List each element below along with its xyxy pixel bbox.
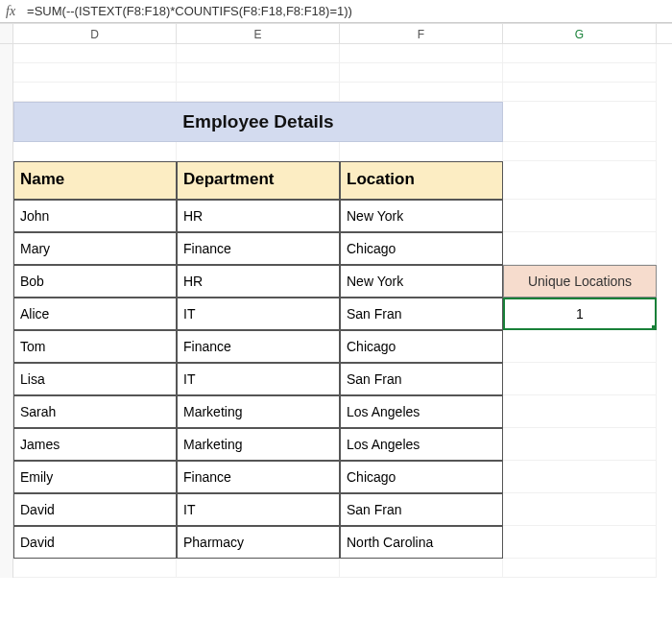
cell[interactable] xyxy=(503,363,657,395)
table-cell-location[interactable]: San Fran xyxy=(340,493,503,526)
cell[interactable] xyxy=(503,161,657,200)
header-location[interactable]: Location xyxy=(340,161,503,200)
table-cell-name[interactable]: David xyxy=(13,526,177,559)
col-header-e[interactable]: E xyxy=(177,24,340,43)
cell[interactable] xyxy=(503,63,657,83)
table-cell-name[interactable]: James xyxy=(13,428,177,461)
col-header-f[interactable]: F xyxy=(340,24,503,43)
table-cell-location[interactable]: Chicago xyxy=(340,330,503,363)
cell[interactable] xyxy=(503,44,657,63)
cell[interactable] xyxy=(503,330,657,363)
cell[interactable] xyxy=(177,44,340,63)
table-cell-name[interactable]: David xyxy=(13,493,177,526)
cell[interactable] xyxy=(177,83,340,102)
cell[interactable] xyxy=(503,493,657,526)
cell[interactable] xyxy=(13,559,177,578)
table-cell-name[interactable]: Bob xyxy=(13,265,177,298)
formula-input[interactable] xyxy=(25,2,666,20)
cell[interactable] xyxy=(13,63,177,83)
table-cell-name[interactable]: Lisa xyxy=(13,363,177,395)
table-cell-name[interactable]: John xyxy=(13,200,177,232)
cell[interactable] xyxy=(177,142,340,161)
cell[interactable] xyxy=(503,102,657,142)
cell[interactable] xyxy=(503,200,657,232)
table-cell-name[interactable]: Alice xyxy=(13,298,177,330)
table-cell-department[interactable]: IT xyxy=(177,363,340,395)
cell[interactable] xyxy=(340,142,503,161)
cell[interactable] xyxy=(503,142,657,161)
cell[interactable] xyxy=(503,232,657,265)
table-cell-department[interactable]: Marketing xyxy=(177,395,340,428)
table-cell-location[interactable]: North Carolina xyxy=(340,526,503,559)
table-cell-location[interactable]: San Fran xyxy=(340,298,503,330)
table-cell-location[interactable]: Los Angeles xyxy=(340,395,503,428)
table-cell-department[interactable]: Finance xyxy=(177,232,340,265)
header-department[interactable]: Department xyxy=(177,161,340,200)
cell[interactable] xyxy=(177,63,340,83)
table-cell-department[interactable]: IT xyxy=(177,298,340,330)
cell[interactable] xyxy=(503,461,657,493)
table-cell-name[interactable]: Tom xyxy=(13,330,177,363)
cell[interactable] xyxy=(13,44,177,63)
cell[interactable] xyxy=(177,559,340,578)
table-cell-department[interactable]: HR xyxy=(177,200,340,232)
cell[interactable] xyxy=(503,83,657,102)
cell[interactable] xyxy=(340,83,503,102)
cell[interactable] xyxy=(340,44,503,63)
cell[interactable] xyxy=(503,526,657,559)
table-cell-name[interactable]: Mary xyxy=(13,232,177,265)
table-cell-location[interactable]: Los Angeles xyxy=(340,428,503,461)
row-headers xyxy=(0,44,13,578)
fx-icon[interactable]: fx xyxy=(6,4,15,19)
table-cell-department[interactable]: Pharmacy xyxy=(177,526,340,559)
title-cell[interactable]: Employee Details xyxy=(13,102,503,142)
cell[interactable] xyxy=(340,559,503,578)
unique-locations-label[interactable]: Unique Locations xyxy=(503,265,657,298)
col-header-d[interactable]: D xyxy=(13,24,177,43)
table-cell-department[interactable]: IT xyxy=(177,493,340,526)
table-cell-department[interactable]: Finance xyxy=(177,330,340,363)
col-header-g[interactable]: G xyxy=(503,24,657,43)
cell[interactable] xyxy=(13,142,177,161)
unique-locations-value[interactable]: 1 xyxy=(503,298,657,330)
table-cell-location[interactable]: Chicago xyxy=(340,461,503,493)
spreadsheet-grid: D E F G xyxy=(0,23,672,578)
table-cell-department[interactable]: Marketing xyxy=(177,428,340,461)
table-cell-location[interactable]: New York xyxy=(340,200,503,232)
cell[interactable] xyxy=(340,63,503,83)
table-cell-name[interactable]: Sarah xyxy=(13,395,177,428)
table-cell-name[interactable]: Emily xyxy=(13,461,177,493)
table-cell-department[interactable]: Finance xyxy=(177,461,340,493)
table-cell-location[interactable]: Chicago xyxy=(340,232,503,265)
cell[interactable] xyxy=(503,428,657,461)
column-headers: D E F G xyxy=(0,23,672,44)
formula-bar: fx xyxy=(0,0,672,23)
table-cell-location[interactable]: San Fran xyxy=(340,363,503,395)
cell[interactable] xyxy=(13,83,177,102)
cell[interactable] xyxy=(503,559,657,578)
cell[interactable] xyxy=(503,395,657,428)
table-cell-location[interactable]: New York xyxy=(340,265,503,298)
table-cell-department[interactable]: HR xyxy=(177,265,340,298)
header-name[interactable]: Name xyxy=(13,161,177,200)
cells-area: Employee Details Name Department Locatio… xyxy=(13,44,672,578)
corner-cell[interactable] xyxy=(0,24,13,43)
